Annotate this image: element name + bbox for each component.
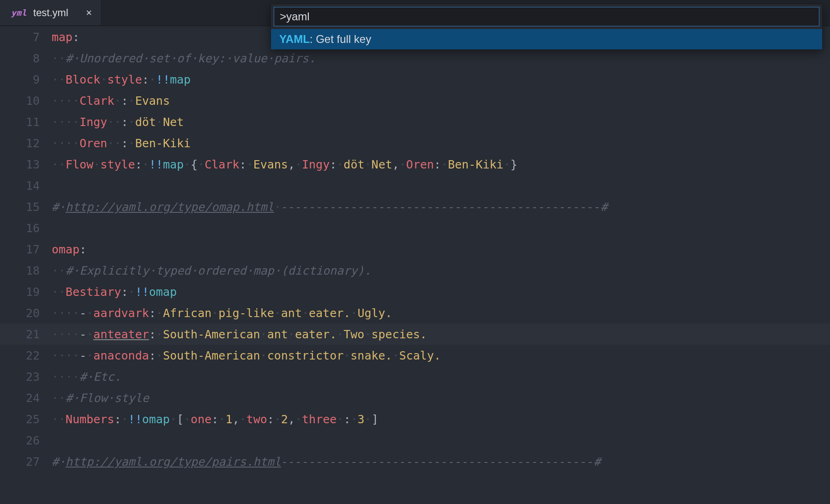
line-number: 24: [0, 391, 52, 405]
line-number: 7: [0, 30, 52, 44]
line-number: 12: [0, 137, 52, 150]
line-content: ····-·aardvark:·African·pig-like·ant·eat…: [52, 306, 830, 320]
code-line[interactable]: 14: [0, 175, 830, 196]
line-number: 11: [0, 115, 52, 129]
code-line[interactable]: 16: [0, 217, 830, 239]
line-content: ··Block·style:·!!map: [52, 73, 830, 86]
line-number: 18: [0, 264, 52, 277]
line-number: 25: [0, 413, 52, 426]
line-number: 20: [0, 306, 52, 320]
code-line[interactable]: 13··Flow·style:·!!map·{·Clark:·Evans,·In…: [0, 154, 830, 175]
tab-test-yml[interactable]: yml test.yml ×: [0, 0, 102, 25]
line-number: 16: [0, 222, 52, 235]
code-line[interactable]: 21····-·anteater:·South-American·ant·eat…: [0, 324, 830, 345]
line-number: 10: [0, 94, 52, 108]
close-icon[interactable]: ×: [86, 8, 92, 18]
code-line[interactable]: 15#·http://yaml.org/type/omap.html·-----…: [0, 196, 830, 217]
code-line[interactable]: 23····#·Etc.: [0, 366, 830, 387]
line-content: omap:: [52, 243, 830, 256]
line-content: ····#·Etc.: [52, 370, 830, 384]
line-number: 17: [0, 243, 52, 256]
line-content: ··#·Explicitly·typed·ordered·map·(dictio…: [52, 264, 830, 277]
command-palette-result-rest: : Get full key: [310, 33, 371, 45]
code-line[interactable]: 24··#·Flow·style: [0, 387, 830, 408]
yaml-file-icon: yml: [11, 8, 27, 18]
line-number: 22: [0, 349, 52, 362]
line-content: ····Clark·:·Evans: [52, 94, 830, 108]
line-content: ··Bestiary:·!!omap: [52, 285, 830, 299]
line-content: ··Flow·style:·!!map·{·Clark:·Evans,·Ingy…: [52, 158, 830, 171]
code-line[interactable]: 17omap:: [0, 239, 830, 260]
line-content: ··#·Unordered·set·of·key:·value·pairs.: [52, 52, 830, 65]
code-line[interactable]: 9··Block·style:·!!map: [0, 69, 830, 90]
line-content: ····-·anteater:·South-American·ant·eater…: [52, 328, 830, 341]
code-line[interactable]: 22····-·anaconda:·South-American·constri…: [0, 345, 830, 366]
line-number: 15: [0, 200, 52, 214]
code-line[interactable]: 12····Oren··:·Ben-Kiki: [0, 132, 830, 154]
code-line[interactable]: 11····Ingy··:·döt·Net: [0, 111, 830, 132]
line-number: 13: [0, 158, 52, 171]
line-content: ··Numbers:·!!omap·[·one:·1,·two:·2,·thre…: [52, 413, 830, 426]
code-line[interactable]: 20····-·aardvark:·African·pig-like·ant·e…: [0, 302, 830, 324]
line-number: 23: [0, 370, 52, 384]
code-editor[interactable]: 7map:8··#·Unordered·set·of·key:·value·pa…: [0, 26, 830, 504]
tab-title: test.yml: [33, 7, 68, 19]
code-line[interactable]: 27#·http://yaml.org/type/pairs.html-----…: [0, 451, 830, 472]
code-line[interactable]: 10····Clark·:·Evans: [0, 90, 830, 111]
line-number: 21: [0, 328, 52, 341]
line-number: 26: [0, 434, 52, 447]
line-number: 27: [0, 455, 52, 468]
line-number: 14: [0, 179, 52, 192]
line-number: 8: [0, 52, 52, 65]
code-line[interactable]: 19··Bestiary:·!!omap: [0, 281, 830, 302]
line-content: ··#·Flow·style: [52, 391, 830, 405]
command-palette-result-keyword: YAML: [279, 33, 310, 45]
command-palette-result[interactable]: YAML: Get full key: [271, 29, 822, 49]
line-content: #·http://yaml.org/type/omap.html·-------…: [52, 200, 830, 214]
code-line[interactable]: 18··#·Explicitly·typed·ordered·map·(dict…: [0, 260, 830, 281]
line-content: ····Ingy··:·döt·Net: [52, 115, 830, 129]
line-content: ····-·anaconda:·South-American·constrict…: [52, 349, 830, 362]
command-palette-input[interactable]: [274, 7, 819, 26]
line-content: ····Oren··:·Ben-Kiki: [52, 137, 830, 150]
code-line[interactable]: 8··#·Unordered·set·of·key:·value·pairs.: [0, 48, 830, 69]
code-line[interactable]: 26: [0, 430, 830, 451]
command-palette: YAML: Get full key: [271, 4, 823, 50]
code-line[interactable]: 25··Numbers:·!!omap·[·one:·1,·two:·2,·th…: [0, 408, 830, 430]
line-number: 9: [0, 73, 52, 86]
line-number: 19: [0, 285, 52, 299]
line-content: #·http://yaml.org/type/pairs.html-------…: [52, 455, 830, 468]
